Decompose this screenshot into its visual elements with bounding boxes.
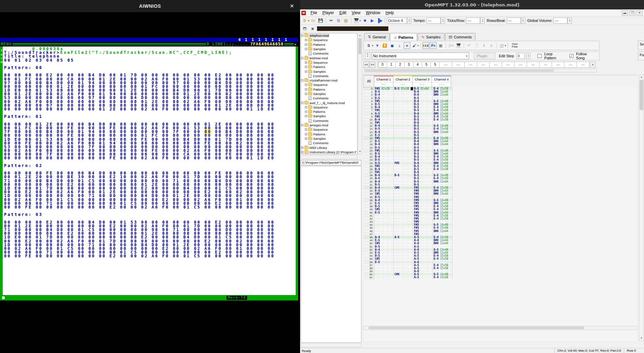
- pattern-cell[interactable]: F#5 ·· ·· ···: [374, 115, 394, 118]
- pattern-row-6[interactable]: 6B-4 ·· ·· ······ ·· ·· ···B-5 ·· ·· ···…: [363, 106, 637, 109]
- pattern-cell[interactable]: ··· ·· ·· ···: [394, 100, 413, 103]
- pattern-cell[interactable]: F#5 ·· ·· ···: [413, 214, 433, 217]
- pattern-cell[interactable]: E-4 15v58 ···: [433, 109, 452, 112]
- pattern-cell[interactable]: E-4 15v58 ···: [433, 264, 452, 267]
- zxx-macro-icon[interactable]: Zxx: [448, 42, 455, 49]
- pattern-properties-icon[interactable]: 🖌: [411, 42, 418, 49]
- tree-item-patterns[interactable]: +Patterns: [301, 132, 357, 136]
- pattern-cell[interactable]: ··· ·· ·· ···: [374, 223, 394, 226]
- pattern-cell[interactable]: ··· ·· ·· ···: [394, 127, 413, 130]
- pattern-cell[interactable]: F#5 ·· ·· ···: [413, 196, 433, 199]
- pattern-cell[interactable]: E-4 15v58 ···: [433, 267, 452, 270]
- pattern-cell[interactable]: D#6 13v44 ···: [433, 192, 452, 195]
- order-cell-16[interactable]: ---: [552, 62, 564, 68]
- pattern-row-26[interactable]: 26B-4 ·· ·· ······ ·· ·· ···B-5 ·· ·· ··…: [363, 168, 637, 171]
- tree-expand-icon[interactable]: −: [301, 34, 303, 37]
- chord-editor-icon[interactable]: 🎹: [455, 42, 462, 49]
- toolbar-field-octave[interactable]: Octave 4: [387, 18, 407, 24]
- pattern-cell[interactable]: ··· ·· ·· ···: [394, 124, 413, 127]
- pattern-row-24[interactable]: 24G-5 ·· ·· ···F#5 ·· ·· ···B-6 ·· ·· ··…: [363, 162, 637, 165]
- tree-item-patterns[interactable]: +Patterns: [301, 87, 357, 92]
- pattern-rows[interactable]: 0F#5 02v28 ···B-5 03v30 ···B-5 01v64 ···…: [363, 87, 637, 279]
- pattern-cell[interactable]: ··· ·· ·· ···: [394, 106, 413, 109]
- pattern-cell[interactable]: F#5 ·· ·· ···: [413, 217, 433, 220]
- pattern-cell[interactable]: A-5 ·· ·· ···: [413, 257, 433, 260]
- pattern-cell[interactable]: D#6 13v44 ···: [433, 143, 452, 146]
- pattern-cell[interactable]: B-5 ·· ·· ···: [413, 127, 433, 130]
- pattern-cell[interactable]: ··· ·· ·· ···: [394, 155, 413, 158]
- pattern-cell[interactable]: ··· ·· ·· ···: [374, 214, 394, 217]
- tree-item-crystalhammer-mod[interactable]: −crystalhammer.mod: [301, 78, 357, 83]
- cut-button-settings[interactable]: Se: [638, 41, 644, 50]
- order-cell-8[interactable]: ---: [452, 62, 465, 68]
- pattern-cell[interactable]: C#5 ·· ·· ···: [374, 192, 394, 195]
- pattern-cell[interactable]: ··· ·· ·· ···: [394, 137, 413, 140]
- pattern-cell[interactable]: A-5 ·· ·· ···: [413, 276, 433, 279]
- menu-edit[interactable]: Edit: [336, 10, 349, 15]
- pattern-cell[interactable]: ··· ·· ·· ···: [394, 146, 413, 149]
- pattern-cell[interactable]: D#6 13v44 ···: [433, 162, 452, 165]
- pattern-cell[interactable]: ··· ·· ·· ···: [374, 220, 394, 223]
- pattern-cell[interactable]: A-4 ·· ·· ···: [374, 248, 394, 251]
- order-cell-6[interactable]: 5: [431, 62, 440, 68]
- tree-item-samples[interactable]: +Samples: [301, 69, 357, 73]
- pattern-cell[interactable]: ··· ·· ·· ···: [394, 205, 413, 208]
- instrument-library-list[interactable]: [301, 166, 361, 343]
- pattern-cell[interactable]: ··· ·· ·· ···: [394, 158, 413, 161]
- toolbar-field-tempo[interactable]: ---: [427, 18, 441, 24]
- pattern-row-22[interactable]: 22B-4 ·· ·· ······ ·· ·· ···B-5 ·· ·· ··…: [363, 155, 637, 158]
- pattern-row-29[interactable]: 29A-5 ·· ·· ······ ·· ·· ···B-5 ·· ·· ··…: [363, 177, 637, 180]
- pattern-cell[interactable]: E-4 15v58 ···: [433, 87, 452, 90]
- tree-item-comments[interactable]: Comments: [301, 119, 357, 123]
- pattern-cell[interactable]: ··· ·· ·· ···: [394, 97, 413, 100]
- tree-expand-icon[interactable]: −: [301, 124, 303, 126]
- pattern-cell[interactable]: ··· ·· ·· ···: [394, 121, 413, 124]
- tree-expand-icon[interactable]: +: [305, 115, 307, 117]
- loop-pattern-checkbox[interactable]: [537, 54, 541, 58]
- pattern-cell[interactable]: ··· ·· ·· ···: [374, 270, 394, 273]
- tree-expand-icon[interactable]: +: [305, 93, 307, 95]
- order-prev-pattern-button[interactable]: <<: [363, 62, 369, 68]
- edit-step-field[interactable]: 0: [516, 53, 525, 59]
- pattern-cell[interactable]: G-5 ·· ·· ···: [374, 112, 394, 115]
- pattern-cell[interactable]: ··· ·· ·· ···: [394, 261, 413, 264]
- pattern-cell[interactable]: F#6 ·· ·· ···: [413, 189, 433, 192]
- tree-item-sequence[interactable]: +Sequence: [301, 60, 357, 65]
- pattern-cell[interactable]: ··· ·· ·· ···: [394, 199, 413, 202]
- play-pattern-icon[interactable]: ▼: [374, 42, 381, 49]
- order-next-pattern-button[interactable]: >>: [370, 62, 375, 68]
- pattern-cell[interactable]: E-4 15v58 ···: [433, 137, 452, 140]
- pattern-cell[interactable]: D#6 13v44 ···: [433, 211, 452, 214]
- tree-item-comments[interactable]: Comments: [301, 96, 357, 100]
- aiwnios-close-icon[interactable]: ✕: [290, 3, 294, 9]
- pattern-row-30[interactable]: 30B-4 ·· ·· ······ ·· ·· ···B-5 ·· ·· ··…: [363, 180, 637, 183]
- tree-expand-icon[interactable]: +: [305, 48, 307, 50]
- pattern-cell[interactable]: F#6 ·· ·· ···: [413, 199, 433, 202]
- pattern-cell[interactable]: D#6 13v44 ···: [433, 202, 452, 205]
- pattern-cell[interactable]: E-4 15v58 ···: [433, 208, 452, 211]
- pattern-cell[interactable]: B-5 ·· ·· ···: [413, 180, 433, 183]
- order-cell-2[interactable]: 2: [396, 62, 405, 68]
- pattern-cell[interactable]: F#5 ·· ·· ···: [413, 205, 433, 208]
- effect-highlight-icon[interactable]: Fx: [430, 42, 437, 49]
- pattern-cell[interactable]: B-4 ·· ·· ···: [374, 168, 394, 171]
- pattern-row-47[interactable]: 47··· ·· ·· ······ ·· ·· ···F#5 ·· ·· ··…: [363, 233, 637, 236]
- pattern-row-36[interactable]: 36A-4 ·· ·· ······ ·· ·· ···F#6 ·· ·· ··…: [363, 199, 637, 202]
- tree-toggle-icon[interactable]: 🗔: [301, 26, 308, 32]
- pattern-row-11[interactable]: 11F#5 ·· ·· ······ ·· ·· ···B-6 ·· ·· ··…: [363, 121, 637, 124]
- pattern-cell[interactable]: F#6 ·· ·· ···: [413, 192, 433, 195]
- pattern-cell[interactable]: E-5 ·· ·· ···: [374, 134, 394, 137]
- copy-icon[interactable]: ⧉: [335, 18, 342, 24]
- pattern-cell[interactable]: F#5 ·· ·· ···: [374, 171, 394, 174]
- pattern-cell[interactable]: D-5 ·· ·· ···: [374, 205, 394, 208]
- pattern-row-23[interactable]: 23D-5 ·· ·· ······ ·· ·· ···B-5 ·· ·· ··…: [363, 158, 637, 161]
- pattern-cell[interactable]: D#6 13v44 ···: [433, 230, 452, 233]
- new-file-dropdown-icon[interactable]: ▾: [308, 19, 309, 22]
- tree-expand-icon[interactable]: −: [301, 79, 303, 82]
- pattern-cell[interactable]: ··· ·· ·· ···: [394, 223, 413, 226]
- tree-expand-icon[interactable]: +: [305, 128, 307, 131]
- pattern-cell[interactable]: ··· ·· ·· ···: [374, 264, 394, 267]
- pattern-cell[interactable]: ··· ·· ·· ···: [394, 254, 413, 257]
- pattern-cell[interactable]: ··· ·· ·· ···: [433, 233, 452, 236]
- scroll-down-icon[interactable]: ▼: [358, 150, 362, 154]
